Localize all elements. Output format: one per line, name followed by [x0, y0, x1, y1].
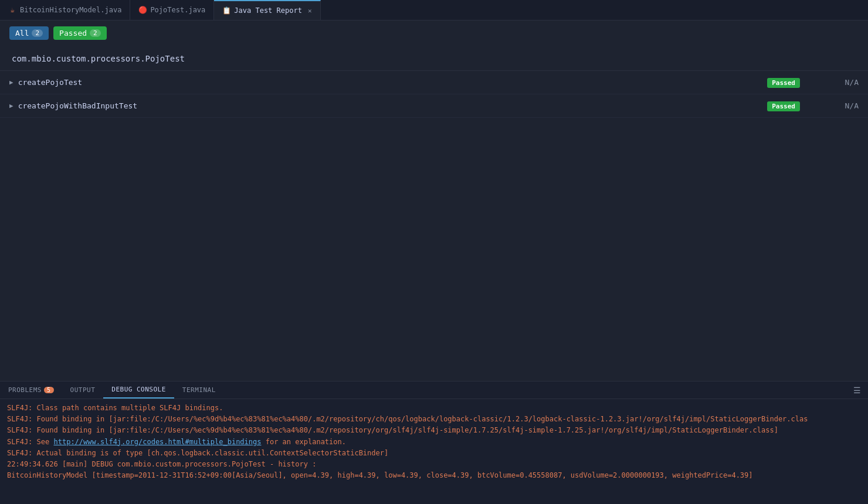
status-badge: Passed — [767, 78, 800, 88]
test-icon: 🔴 — [138, 6, 147, 14]
tab-debug-console[interactable]: DEBUG CONSOLE — [103, 382, 174, 399]
test-duration-2: N/A — [823, 101, 859, 110]
problems-label: PROBLEMS — [8, 386, 42, 394]
test-status-2: Passed — [767, 101, 800, 110]
all-label: All — [15, 29, 29, 38]
panel-tab-bar: PROBLEMS 5 OUTPUT DEBUG CONSOLE TERMINAL… — [0, 382, 868, 399]
console-line: SLF4J: Found binding in [jar:file:/C:/Us… — [7, 425, 861, 436]
console-line: SLF4J: Found binding in [jar:file:/C:/Us… — [7, 414, 861, 425]
tab-pojo-test[interactable]: 🔴 PojoTest.java — [130, 0, 214, 20]
console-line-debug: 22:49:34.626 [main] DEBUG com.mbio.custo… — [7, 459, 861, 470]
all-count: 2 — [32, 29, 43, 37]
panel-menu-icon[interactable]: ☰ — [846, 386, 868, 395]
test-status-1: Passed — [767, 78, 800, 87]
passed-filter-badge[interactable]: Passed 2 — [53, 26, 107, 40]
report-icon: 📋 — [222, 6, 230, 15]
slf4j-link[interactable]: http://www.slf4j.org/codes.html#multiple… — [53, 438, 261, 446]
table-row[interactable]: ▶ createPojoWithBadInputTest Passed N/A — [0, 94, 868, 118]
test-duration-1: N/A — [823, 78, 859, 87]
filter-bar: All 2 Passed 2 — [0, 21, 868, 46]
all-filter-badge[interactable]: All 2 — [9, 26, 49, 40]
tab-output[interactable]: OUTPUT — [62, 382, 104, 399]
status-badge: Passed — [767, 101, 800, 111]
chevron-right-icon: ▶ — [9, 102, 13, 110]
tab-java-test-report[interactable]: 📋 Java Test Report ✕ — [214, 0, 320, 20]
tab-label-bitcoin: BitcoinHistoryModel.java — [20, 6, 121, 14]
output-label: OUTPUT — [70, 386, 96, 394]
tab-bitcoin-history-model[interactable]: ☕ BitcoinHistoryModel.java — [0, 0, 130, 20]
bottom-panel: PROBLEMS 5 OUTPUT DEBUG CONSOLE TERMINAL… — [0, 381, 868, 504]
main-content: com.mbio.custom.processors.PojoTest ▶ cr… — [0, 46, 868, 381]
suite-name: com.mbio.custom.processors.PojoTest — [12, 54, 185, 63]
close-icon[interactable]: ✕ — [308, 7, 312, 15]
test-name-2: createPojoWithBadInputTest — [18, 101, 768, 110]
debug-console-label: DEBUG CONSOLE — [111, 386, 166, 393]
tab-bar: ☕ BitcoinHistoryModel.java 🔴 PojoTest.ja… — [0, 0, 868, 21]
test-name-1: createPojoTest — [18, 78, 768, 87]
passed-count: 2 — [90, 29, 101, 37]
console-line: SLF4J: Class path contains multiple SLF4… — [7, 403, 861, 414]
problems-count: 5 — [44, 387, 54, 393]
console-line-data: BitcoinHistoryModel [timestamp=2011-12-3… — [7, 470, 861, 481]
java-icon: ☕ — [8, 6, 16, 14]
chevron-right-icon: ▶ — [9, 79, 13, 86]
passed-label: Passed — [59, 29, 87, 38]
tab-problems[interactable]: PROBLEMS 5 — [0, 382, 62, 399]
console-line-link: SLF4J: See http://www.slf4j.org/codes.ht… — [7, 437, 861, 448]
suite-header: com.mbio.custom.processors.PojoTest — [0, 46, 868, 71]
terminal-label: TERMINAL — [182, 386, 216, 394]
tab-terminal[interactable]: TERMINAL — [174, 382, 224, 399]
console-line: SLF4J: Actual binding is of type [ch.qos… — [7, 448, 861, 459]
console-output: SLF4J: Class path contains multiple SLF4… — [0, 399, 868, 504]
tab-label-report: Java Test Report — [234, 6, 302, 15]
tab-label-pojo: PojoTest.java — [150, 6, 205, 14]
table-row[interactable]: ▶ createPojoTest Passed N/A — [0, 71, 868, 94]
